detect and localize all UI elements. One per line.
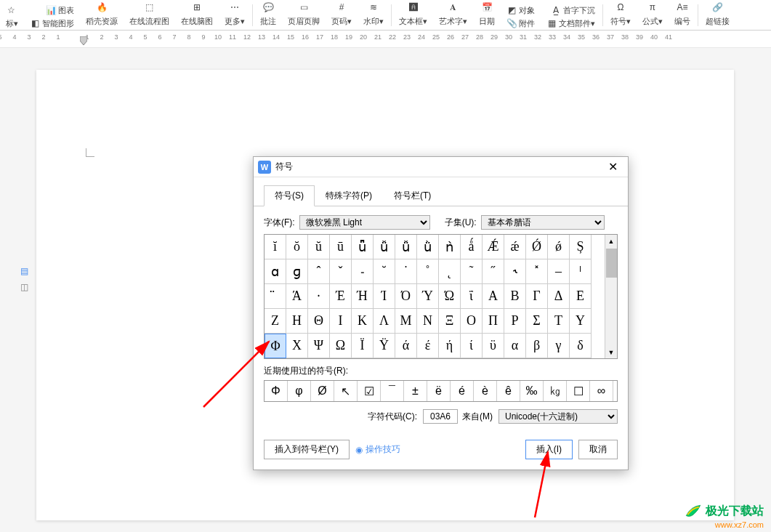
symbol-cell[interactable]: ή xyxy=(439,334,461,358)
ribbon-docparts-item[interactable]: ▦文档部件▾ xyxy=(544,17,598,30)
scroll-thumb[interactable] xyxy=(606,249,617,278)
symbol-cell[interactable]: ǖ xyxy=(352,235,374,259)
symbol-cell[interactable]: ά xyxy=(395,334,417,358)
symbol-cell[interactable]: Ξ xyxy=(439,309,461,334)
symbol-cell[interactable]: Ί xyxy=(374,284,395,309)
recent-symbol-cell[interactable]: ± xyxy=(404,381,427,401)
symbol-cell[interactable]: Γ xyxy=(526,284,548,309)
ribbon-symbol-btn[interactable]: Ω符号▾ xyxy=(605,0,637,30)
insert-button[interactable]: 插入(I) xyxy=(525,440,573,459)
symbol-cell[interactable]: ί xyxy=(461,334,483,358)
recent-symbol-cell[interactable]: ↖ xyxy=(334,381,358,401)
symbol-cell[interactable]: Η xyxy=(286,309,308,334)
subset-select[interactable]: 基本希腊语 xyxy=(481,215,605,230)
ribbon-attach-item[interactable]: 📎附件 xyxy=(504,17,538,30)
symbol-cell[interactable]: Ș xyxy=(570,235,592,259)
tab-symbols[interactable]: 符号(S) xyxy=(264,185,315,206)
symbol-cell[interactable]: ǽ xyxy=(504,235,526,259)
ribbon-more-btn[interactable]: ⋯更多▾ xyxy=(219,0,251,30)
recent-symbol-cell[interactable]: Φ xyxy=(265,381,288,401)
symbol-cell[interactable]: Ν xyxy=(417,309,439,334)
symbol-cell[interactable]: ˘ xyxy=(374,259,395,284)
cancel-button[interactable]: 取消 xyxy=(578,440,618,459)
symbol-cell[interactable]: ˡ xyxy=(570,259,592,284)
symbol-cell[interactable]: Έ xyxy=(330,284,352,309)
tab-special-chars[interactable]: 特殊字符(P) xyxy=(315,185,383,206)
scroll-down-button[interactable]: ▼ xyxy=(605,346,617,358)
recent-symbol-cell[interactable]: φ xyxy=(288,381,311,401)
horizontal-ruler[interactable]: 6543211234567891011121314151617181920212… xyxy=(0,31,771,48)
indent-marker-icon[interactable] xyxy=(80,36,87,45)
symbol-cell[interactable]: Ρ xyxy=(504,309,526,334)
symbol-cell[interactable]: – xyxy=(548,259,570,284)
symbol-cell[interactable]: Ή xyxy=(352,284,374,309)
recent-symbol-cell[interactable]: Ø xyxy=(311,381,334,401)
symbol-cell[interactable]: ϋ xyxy=(483,334,504,358)
symbol-cell[interactable]: Ǿ xyxy=(526,235,548,259)
symbol-cell[interactable]: Ώ xyxy=(439,284,461,309)
ribbon-mindmap-btn[interactable]: ⊞在线脑图 xyxy=(175,0,219,30)
symbol-cell[interactable]: Ά xyxy=(286,284,308,309)
from-select[interactable]: Unicode(十六进制) xyxy=(498,409,618,424)
recent-symbol-cell[interactable]: ☐ xyxy=(567,381,590,401)
ribbon-header-btn[interactable]: ▭页眉页脚 xyxy=(282,0,326,30)
symbol-cell[interactable]: Π xyxy=(483,309,504,334)
recent-symbol-cell[interactable]: ㎏ xyxy=(544,381,567,401)
insert-to-bar-button[interactable]: 插入到符号栏(Y) xyxy=(264,440,350,459)
symbol-cell[interactable]: ĭ xyxy=(265,235,286,259)
recent-symbol-cell[interactable]: è xyxy=(474,381,497,401)
vertical-scrollbar[interactable]: ▲ ▼ xyxy=(605,235,617,358)
ribbon-docer-btn[interactable]: 🔥稻壳资源 xyxy=(80,0,124,30)
symbol-cell[interactable]: ŭ xyxy=(308,235,330,259)
symbol-cell[interactable]: ˚ xyxy=(417,259,439,284)
ribbon-formula-btn[interactable]: π公式▾ xyxy=(637,0,669,30)
symbol-cell[interactable]: γ xyxy=(548,334,570,358)
tips-link[interactable]: ◉ 操作技巧 xyxy=(355,443,400,456)
symbol-cell[interactable]: ˙ xyxy=(395,259,417,284)
symbol-cell[interactable]: ˗ xyxy=(352,259,374,284)
ribbon-wordart-btn[interactable]: 𝐀艺术字▾ xyxy=(433,0,473,30)
symbol-cell[interactable]: Β xyxy=(504,284,526,309)
symbol-cell[interactable]: ɡ xyxy=(286,259,308,284)
recent-symbol-cell[interactable]: é xyxy=(451,381,474,401)
symbol-cell[interactable]: · xyxy=(308,284,330,309)
symbol-cell[interactable]: ˆ xyxy=(308,259,330,284)
ribbon-object-item[interactable]: ◩对象 xyxy=(504,4,538,17)
symbol-cell[interactable]: Ψ xyxy=(308,334,330,358)
symbol-cell[interactable]: Σ xyxy=(526,309,548,334)
symbol-cell[interactable]: Ο xyxy=(461,309,483,334)
symbol-cell[interactable]: β xyxy=(526,334,548,358)
symbol-cell[interactable]: ǚ xyxy=(395,235,417,259)
symbol-cell[interactable]: Θ xyxy=(308,309,330,334)
symbol-cell[interactable]: Κ xyxy=(352,309,374,334)
ribbon-pagenum-btn[interactable]: #页码▾ xyxy=(326,0,358,30)
symbol-cell[interactable]: ɑ xyxy=(265,259,286,284)
ribbon-flowchart-btn[interactable]: ⬚在线流程图 xyxy=(124,0,175,30)
tab-symbol-bar[interactable]: 符号栏(T) xyxy=(383,185,442,206)
ribbon-number-btn[interactable]: A≡编号 xyxy=(669,0,696,30)
recent-symbol-cell[interactable]: ☑ xyxy=(358,381,381,401)
symbol-cell[interactable]: ū xyxy=(330,235,352,259)
symbol-cell[interactable]: α xyxy=(504,334,526,358)
symbol-cell[interactable]: Ϋ xyxy=(374,334,395,358)
symbol-cell[interactable]: Φ xyxy=(265,334,286,358)
ribbon-icon-item[interactable]: ☆ xyxy=(3,4,21,17)
doc-icon[interactable]: ▤ xyxy=(20,266,32,278)
ribbon-smartart-btn[interactable]: ◧智能图形 xyxy=(27,17,77,30)
dialog-titlebar[interactable]: W 符号 ✕ xyxy=(254,157,628,177)
ribbon-label-btn[interactable]: 标▾ xyxy=(3,17,21,30)
ribbon-textbox-btn[interactable]: 🅰文本框▾ xyxy=(393,0,433,30)
symbol-cell[interactable]: Α xyxy=(483,284,504,309)
scroll-up-button[interactable]: ▲ xyxy=(605,235,617,247)
ribbon-date-btn[interactable]: 📅日期 xyxy=(473,0,501,30)
symbol-cell[interactable]: ǻ xyxy=(461,235,483,259)
symbol-cell[interactable]: ΐ xyxy=(461,284,483,309)
ribbon-watermark-btn[interactable]: ≋水印▾ xyxy=(358,0,389,30)
symbol-cell[interactable]: Δ xyxy=(548,284,570,309)
symbol-cell[interactable]: ŏ xyxy=(286,235,308,259)
symbol-cell[interactable]: Ζ xyxy=(265,309,286,334)
symbol-cell[interactable]: ˛ xyxy=(439,259,461,284)
para-icon[interactable]: ◫ xyxy=(20,282,32,294)
ribbon-chart-item[interactable]: 📊图表 xyxy=(27,4,77,17)
symbol-cell[interactable]: Μ xyxy=(395,309,417,334)
